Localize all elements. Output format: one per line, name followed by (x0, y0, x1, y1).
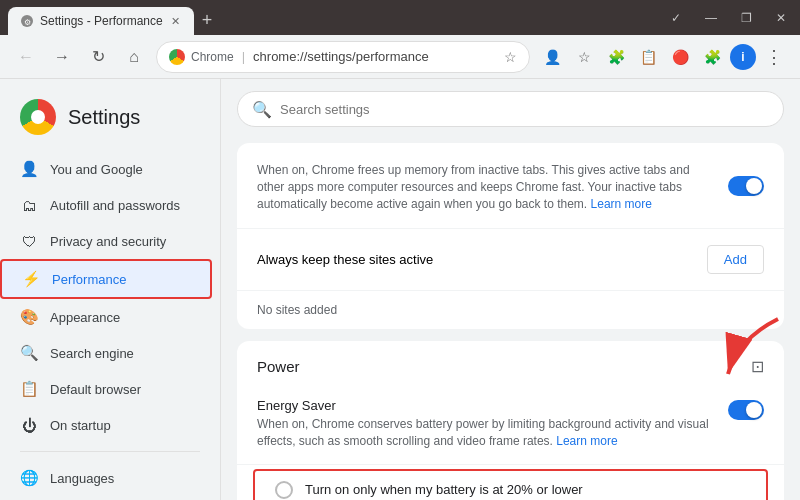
memory-saver-desc: When on, Chrome frees up memory from ina… (257, 162, 716, 212)
title-bar: ⚙ Settings - Performance ✕ + ✓ — ❐ ✕ (0, 0, 800, 35)
new-tab-button[interactable]: + (194, 6, 221, 35)
menu-button[interactable]: ⋮ (760, 43, 788, 71)
power-section-header: Power ⊡ (237, 341, 784, 384)
sidebar-label-default-browser: Default browser (50, 382, 141, 397)
sidebar-item-performance[interactable]: ⚡ Performance (0, 259, 212, 299)
energy-saver-desc: When on, Chrome conserves battery power … (257, 416, 728, 450)
on-startup-icon: ⏻ (20, 416, 38, 434)
radio-item-battery-20[interactable]: Turn on only when my battery is at 20% o… (253, 469, 768, 500)
address-bar[interactable]: Chrome | chrome://settings/performance ☆ (156, 41, 530, 73)
sidebar-label-search-engine: Search engine (50, 346, 134, 361)
power-section-title: Power (257, 358, 300, 375)
appearance-icon: 🎨 (20, 308, 38, 326)
sidebar-item-search-engine[interactable]: 🔍 Search engine (0, 335, 212, 371)
performance-icon: ⚡ (22, 270, 40, 288)
reload-button[interactable]: ↻ (84, 43, 112, 71)
you-and-google-icon: 👤 (20, 160, 38, 178)
tab-title: Settings - Performance (40, 14, 163, 28)
memory-saver-text: When on, Chrome frees up memory from ina… (257, 159, 716, 212)
forward-button[interactable]: → (48, 43, 76, 71)
sidebar-item-on-startup[interactable]: ⏻ On startup (0, 407, 212, 443)
sidebar-label-autofill: Autofill and passwords (50, 198, 180, 213)
window-maximize[interactable]: ❐ (735, 9, 758, 27)
extension-icon-3[interactable]: 🔴 (666, 43, 694, 71)
settings-title: Settings (68, 106, 140, 129)
window-minimize[interactable]: — (699, 9, 723, 27)
extension-icon-2[interactable]: 📋 (634, 43, 662, 71)
search-input[interactable] (280, 102, 769, 117)
power-section: Power ⊡ Energy Saver When on, Chrome con… (237, 341, 784, 500)
sidebar-item-languages[interactable]: 🌐 Languages (0, 460, 212, 496)
sidebar-item-downloads[interactable]: ⬇ Downloads (0, 496, 212, 500)
radio-options-area: Turn on only when my battery is at 20% o… (237, 469, 784, 500)
energy-learn-more-link[interactable]: Learn more (556, 434, 617, 448)
memory-section: When on, Chrome frees up memory from ina… (237, 143, 784, 329)
sidebar-separator (20, 451, 200, 452)
account-icon[interactable]: 👤 (538, 43, 566, 71)
default-browser-icon: 📋 (20, 380, 38, 398)
search-engine-icon: 🔍 (20, 344, 38, 362)
toolbar: ← → ↻ ⌂ Chrome | chrome://settings/perfo… (0, 35, 800, 79)
svg-text:⚙: ⚙ (24, 18, 31, 27)
power-section-icon[interactable]: ⊡ (751, 357, 764, 376)
window-close[interactable]: ✕ (770, 9, 792, 27)
sidebar-label-languages: Languages (50, 471, 114, 486)
star-icon[interactable]: ☆ (570, 43, 598, 71)
sidebar-label-privacy: Privacy and security (50, 234, 166, 249)
energy-saver-row: Energy Saver When on, Chrome conserves b… (237, 384, 784, 465)
window-check[interactable]: ✓ (665, 9, 687, 27)
energy-saver-text: Energy Saver When on, Chrome conserves b… (257, 398, 728, 450)
sidebar-label-you-and-google: You and Google (50, 162, 143, 177)
sidebar-item-privacy[interactable]: 🛡 Privacy and security (0, 223, 212, 259)
always-active-sites-item: Always keep these sites active Add (237, 229, 784, 291)
home-button[interactable]: ⌂ (120, 43, 148, 71)
browser-frame: ⚙ Settings - Performance ✕ + ✓ — ❐ ✕ ← →… (0, 0, 800, 500)
sidebar-item-you-and-google[interactable]: 👤 You and Google (0, 151, 212, 187)
toolbar-icons: 👤 ☆ 🧩 📋 🔴 🧩 i ⋮ (538, 43, 788, 71)
back-button[interactable]: ← (12, 43, 40, 71)
radio-battery-20-label: Turn on only when my battery is at 20% o… (305, 482, 583, 497)
languages-icon: 🌐 (20, 469, 38, 487)
tab-favicon: ⚙ (20, 14, 34, 28)
autofill-icon: 🗂 (20, 196, 38, 214)
memory-learn-more-link[interactable]: Learn more (591, 197, 652, 211)
search-icon: 🔍 (252, 100, 272, 119)
extension-icon-4[interactable]: 🧩 (698, 43, 726, 71)
always-active-label: Always keep these sites active (257, 252, 695, 267)
extension-icon-1[interactable]: 🧩 (602, 43, 630, 71)
no-sites-text: No sites added (237, 291, 784, 329)
search-container[interactable]: 🔍 (237, 91, 784, 127)
content-area: Settings 👤 You and Google 🗂 Autofill and… (0, 79, 800, 500)
search-area: 🔍 (221, 79, 800, 131)
profile-avatar[interactable]: i (730, 44, 756, 70)
sidebar-item-autofill[interactable]: 🗂 Autofill and passwords (0, 187, 212, 223)
energy-saver-title: Energy Saver (257, 398, 728, 413)
address-domain: Chrome (191, 50, 234, 64)
privacy-icon: 🛡 (20, 232, 38, 250)
sidebar-label-performance: Performance (52, 272, 126, 287)
sidebar-label-on-startup: On startup (50, 418, 111, 433)
memory-saver-item: When on, Chrome frees up memory from ina… (237, 143, 784, 229)
chrome-logo (20, 99, 56, 135)
site-favicon (169, 49, 185, 65)
bookmark-icon[interactable]: ☆ (504, 49, 517, 65)
memory-saver-toggle[interactable] (728, 176, 764, 196)
active-tab[interactable]: ⚙ Settings - Performance ✕ (8, 7, 194, 35)
radio-battery-20-circle[interactable] (275, 481, 293, 499)
main-content: 🔍 When on, Chrome frees up memory from i… (221, 79, 800, 500)
tab-close-button[interactable]: ✕ (169, 13, 182, 30)
sidebar: Settings 👤 You and Google 🗂 Autofill and… (0, 79, 220, 500)
tab-bar: ⚙ Settings - Performance ✕ + (8, 0, 220, 35)
address-text: chrome://settings/performance (253, 49, 498, 64)
add-sites-button[interactable]: Add (707, 245, 764, 274)
sidebar-label-appearance: Appearance (50, 310, 120, 325)
sidebar-item-appearance[interactable]: 🎨 Appearance (0, 299, 212, 335)
window-controls: ✓ — ❐ ✕ (665, 9, 792, 27)
energy-saver-toggle[interactable] (728, 400, 764, 420)
sidebar-item-default-browser[interactable]: 📋 Default browser (0, 371, 212, 407)
settings-header: Settings (0, 91, 220, 151)
address-action-icons: ☆ (504, 49, 517, 65)
